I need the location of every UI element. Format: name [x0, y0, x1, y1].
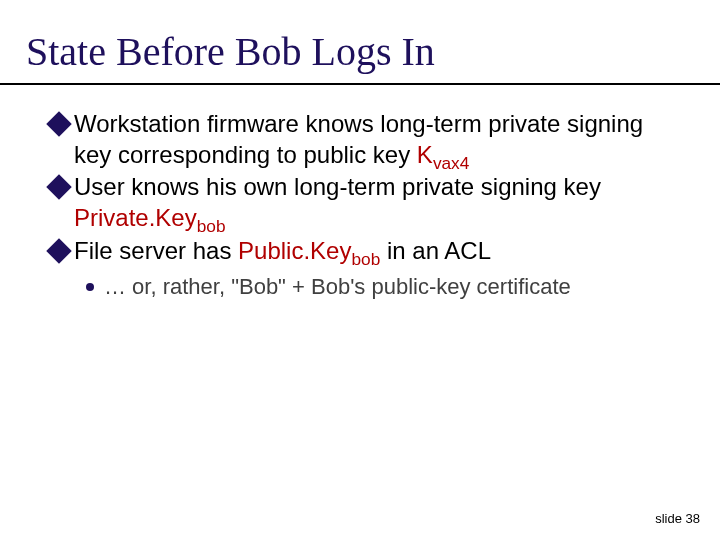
- sub-bullet-1-text: … or, rather, "Bob" + Bob's public-key c…: [104, 273, 571, 302]
- slide: State Before Bob Logs In Workstation fir…: [0, 0, 720, 540]
- bullet-1-key-base: K: [417, 141, 433, 168]
- bullet-3-part2: in an ACL: [380, 237, 491, 264]
- bullet-3-key-sub: bob: [351, 249, 380, 269]
- bullet-1-text: Workstation firmware knows long-term pri…: [74, 109, 674, 170]
- bullet-2-text: User knows his own long-term private sig…: [74, 172, 674, 233]
- bullet-2: User knows his own long-term private sig…: [50, 172, 674, 233]
- bullet-3-text: File server has Public.Keybob in an ACL: [74, 236, 491, 267]
- bullet-1-key: Kvax4: [417, 141, 470, 168]
- bullet-2-part1: User knows his own long-term private sig…: [74, 173, 601, 200]
- bullet-3: File server has Public.Keybob in an ACL: [50, 236, 674, 267]
- bullet-list: Workstation firmware knows long-term pri…: [50, 109, 674, 301]
- bullet-3-key-base: Public.Key: [238, 237, 351, 264]
- slide-footer: slide 38: [655, 511, 700, 526]
- diamond-icon: [46, 111, 71, 136]
- bullet-2-key-sub: bob: [197, 216, 226, 236]
- bullet-2-key: Private.Keybob: [74, 204, 226, 231]
- bullet-1-key-sub: vax4: [433, 153, 469, 173]
- diamond-icon: [46, 238, 71, 263]
- title-rule: [0, 83, 720, 85]
- bullet-1: Workstation firmware knows long-term pri…: [50, 109, 674, 170]
- bullet-1-part1: Workstation firmware knows long-term pri…: [74, 110, 643, 168]
- slide-title: State Before Bob Logs In: [26, 28, 674, 75]
- footer-number: 38: [686, 511, 700, 526]
- bullet-2-key-base: Private.Key: [74, 204, 197, 231]
- bullet-3-part1: File server has: [74, 237, 238, 264]
- dot-icon: [86, 283, 94, 291]
- diamond-icon: [46, 175, 71, 200]
- sub-bullet-1: … or, rather, "Bob" + Bob's public-key c…: [86, 273, 674, 302]
- bullet-3-key: Public.Keybob: [238, 237, 380, 264]
- footer-label: slide: [655, 511, 685, 526]
